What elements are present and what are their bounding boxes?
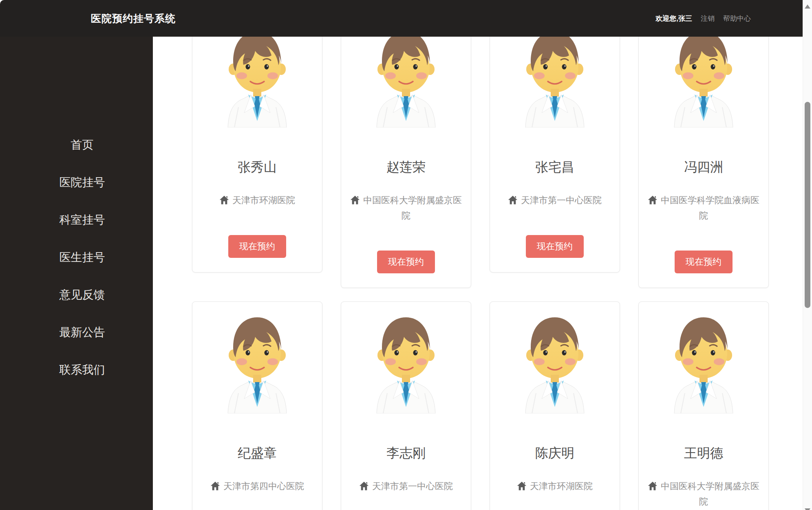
doctor-hospital-name: 中国医学科学院血液病医院: [661, 195, 759, 221]
doctor-hospital: 天津市第四中心医院: [200, 479, 315, 494]
sidebar-item[interactable]: 意见反馈: [0, 276, 153, 314]
sidebar-item[interactable]: 联系我们: [0, 351, 153, 389]
vertical-scrollbar[interactable]: [803, 0, 812, 510]
doctor-hospital-name: 中国医科大学附属盛京医院: [661, 481, 759, 507]
home-icon: [350, 196, 360, 204]
scroll-down-arrow-icon[interactable]: [805, 508, 810, 510]
doctor-hospital: 天津市第一中心医院: [497, 193, 612, 208]
help-center-link[interactable]: 帮助中心: [723, 14, 751, 23]
doctor-hospital-name: 天津市第四中心医院: [223, 481, 304, 491]
doctor-card: 王明德 中国医科大学附属盛京医院 现在预约: [638, 301, 769, 510]
doctor-avatar: [671, 37, 737, 128]
book-now-button[interactable]: 现在预约: [228, 235, 286, 258]
home-icon: [219, 196, 229, 204]
home-icon: [359, 481, 369, 490]
doctor-avatar: [224, 37, 290, 128]
home-icon: [508, 196, 518, 204]
doctor-name: 张宅昌: [497, 158, 612, 176]
doctor-name: 纪盛章: [200, 444, 315, 462]
sidebar-item[interactable]: 科室挂号: [0, 201, 153, 239]
page: 医院预约挂号系统 欢迎您,张三 注销 帮助中心 首页医院挂号科室挂号医生挂号意见…: [0, 0, 812, 510]
doctor-avatar: [373, 312, 439, 413]
doctor-name: 冯四洲: [646, 158, 761, 176]
doctor-card: 张宅昌 天津市第一中心医院 现在预约: [490, 37, 620, 273]
home-icon: [648, 481, 658, 490]
doctor-name: 张秀山: [200, 158, 315, 176]
home-icon: [517, 481, 527, 490]
doctor-card: 陈庆明 天津市环湖医院 现在预约: [490, 301, 620, 510]
doctor-avatar: [224, 312, 290, 413]
doctor-hospital: 天津市环湖医院: [200, 193, 315, 208]
top-navbar: 医院预约挂号系统 欢迎您,张三 注销 帮助中心: [0, 0, 803, 37]
book-now-button[interactable]: 现在预约: [377, 251, 435, 273]
doctor-name: 陈庆明: [497, 444, 612, 462]
sidebar: 首页医院挂号科室挂号医生挂号意见反馈最新公告联系我们: [0, 37, 153, 510]
doctor-hospital-name: 天津市环湖医院: [530, 481, 593, 491]
doctor-avatar: [522, 37, 588, 128]
doctor-hospital-name: 天津市第一中心医院: [521, 195, 602, 205]
sidebar-item[interactable]: 最新公告: [0, 314, 153, 351]
doctor-avatar: [522, 312, 588, 413]
doctor-hospital-name: 天津市环湖医院: [232, 195, 295, 205]
logout-link[interactable]: 注销: [701, 14, 715, 23]
main-content: 张秀山 天津市环湖医院 现在预约: [153, 37, 803, 510]
home-icon: [648, 196, 658, 204]
doctor-avatar: [373, 37, 439, 128]
doctor-hospital: 中国医科大学附属盛京医院: [646, 479, 761, 510]
doctor-hospital: 中国医科大学附属盛京医院: [349, 193, 463, 224]
doctor-hospital: 中国医学科学院血液病医院: [646, 193, 761, 224]
app-title: 医院预约挂号系统: [91, 12, 176, 25]
doctor-name: 赵莲荣: [349, 158, 463, 176]
home-icon: [210, 481, 220, 490]
sidebar-item[interactable]: 医院挂号: [0, 164, 153, 201]
welcome-user-text: 欢迎您,张三: [655, 14, 692, 23]
doctor-grid: 张秀山 天津市环湖医院 现在预约: [192, 37, 769, 510]
doctor-hospital: 天津市环湖医院: [497, 479, 612, 494]
doctor-hospital: 天津市第一中心医院: [349, 479, 463, 494]
header-right-links: 欢迎您,张三 注销 帮助中心: [655, 0, 751, 37]
doctor-card: 纪盛章 天津市第四中心医院 现在预约: [192, 301, 322, 510]
doctor-name: 王明德: [646, 444, 761, 462]
doctor-avatar: [671, 312, 737, 413]
doctor-card: 张秀山 天津市环湖医院 现在预约: [192, 37, 322, 273]
doctor-name: 李志刚: [349, 444, 463, 462]
sidebar-menu: 首页医院挂号科室挂号医生挂号意见反馈最新公告联系我们: [0, 37, 153, 389]
doctor-hospital-name: 中国医科大学附属盛京医院: [363, 195, 462, 221]
doctor-hospital-name: 天津市第一中心医院: [372, 481, 453, 491]
sidebar-item[interactable]: 医生挂号: [0, 239, 153, 276]
doctor-card: 冯四洲 中国医学科学院血液病医院 现在预约: [638, 37, 769, 288]
book-now-button[interactable]: 现在预约: [675, 251, 733, 273]
doctor-card: 赵莲荣 中国医科大学附属盛京医院 现在预约: [341, 37, 471, 288]
book-now-button[interactable]: 现在预约: [526, 235, 584, 258]
doctor-card: 李志刚 天津市第一中心医院 现在预约: [341, 301, 471, 510]
scrollbar-thumb[interactable]: [805, 102, 810, 308]
scroll-up-arrow-icon[interactable]: [805, 4, 810, 9]
sidebar-item[interactable]: 首页: [0, 126, 153, 164]
